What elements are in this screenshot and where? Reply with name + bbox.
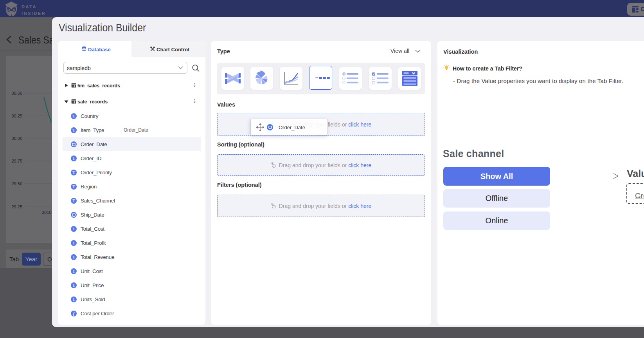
svg-text:30.50: 30.50	[11, 91, 22, 96]
svg-text:29.75: 29.75	[11, 159, 22, 163]
svg-text:29.25: 29.25	[11, 204, 22, 209]
svg-text:30.00: 30.00	[11, 136, 22, 141]
svg-text:30.25: 30.25	[11, 114, 22, 118]
svg-text:2010: 2010	[42, 210, 51, 215]
svg-text:29.50: 29.50	[11, 181, 22, 186]
